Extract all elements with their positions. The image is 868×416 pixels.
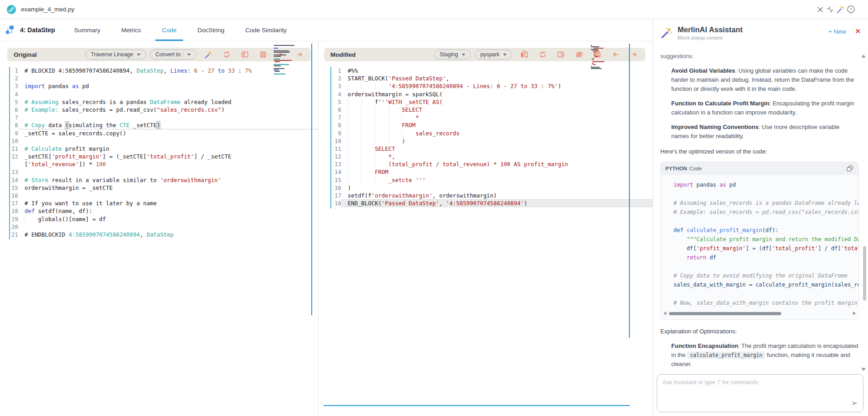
- explanation-item: Function Encapsulation: The profit margi…: [671, 342, 859, 369]
- assistant-input[interactable]: [657, 375, 863, 412]
- code-line: import pandas as pd: [667, 180, 858, 189]
- tab-code-similarity[interactable]: Code Similarity: [239, 19, 293, 41]
- code-line: [667, 217, 858, 226]
- code-line: 15 _setcte ''': [319, 176, 653, 184]
- code-line: [667, 262, 858, 271]
- scroll-right-icon[interactable]: [853, 312, 856, 315]
- assistant-toggle-button[interactable]: [835, 4, 846, 15]
- tab-metrics[interactable]: Metrics: [115, 19, 148, 41]
- svg-text:?: ?: [850, 7, 852, 12]
- filename-label: example_4_med.py: [21, 6, 75, 13]
- traverse-lineage-dropdown[interactable]: Traverse Lineage: [85, 50, 146, 59]
- code-line: 4orderswithmargin = sparkSQL(: [319, 90, 653, 98]
- line-number: 5: [319, 98, 341, 106]
- scroll-up-icon[interactable]: [861, 54, 866, 58]
- language-dropdown[interactable]: pyspark: [475, 50, 512, 59]
- code-line: 10 ): [319, 137, 653, 145]
- hide-button[interactable]: [574, 50, 584, 59]
- tab-code[interactable]: Code: [155, 19, 183, 41]
- line-number: 9: [319, 129, 341, 137]
- forward-button[interactable]: [629, 50, 639, 59]
- line-number: 3: [319, 82, 341, 90]
- code-line: 16): [319, 184, 653, 192]
- staging-dropdown[interactable]: Staging: [434, 50, 471, 59]
- split-left-button[interactable]: [240, 50, 250, 60]
- save-button[interactable]: [258, 50, 268, 60]
- assistant-title: MerlinAI Assistant: [678, 25, 743, 34]
- code-line: 2START_BLOCK('Passed DataStep',: [319, 74, 653, 82]
- scroll-left-icon[interactable]: [663, 312, 666, 315]
- code-line: [667, 189, 858, 198]
- line-number: 14: [319, 168, 341, 176]
- pipeline-icon: [5, 25, 15, 35]
- modified-code-editor[interactable]: 1#%%2START_BLOCK('Passed DataStep',3 '4:…: [319, 64, 653, 416]
- code-line: 4: [0, 90, 318, 98]
- refresh-button[interactable]: [222, 50, 232, 60]
- copy-code-button[interactable]: [846, 164, 854, 173]
- chevron-down-icon: [462, 54, 465, 56]
- line-number: 4: [319, 90, 341, 98]
- modified-minimap[interactable]: [591, 45, 617, 69]
- app-window: example_4_med.py ? 4: DataStep SummaryMe…: [0, 0, 868, 416]
- line-number: 12: [319, 153, 341, 160]
- code-line: 5 f'''WITH _setCTE AS(: [319, 98, 653, 106]
- scroll-down-icon[interactable]: [861, 368, 866, 371]
- code-line: 21# ENDBLOCKID 4:5859907074586240894, Da…: [0, 231, 318, 238]
- code-line: 14# Store result in a variable similar t…: [0, 176, 318, 184]
- tab-docstring[interactable]: DocString: [191, 19, 231, 41]
- step-label: 4: DataStep: [20, 26, 55, 34]
- original-minimap[interactable]: [274, 45, 300, 75]
- modified-panel: Modified Staging pyspark 1#%%2START_BLOC…: [319, 41, 653, 416]
- change-overview-ruler: [311, 44, 312, 315]
- original-code-editor[interactable]: 1# BLOCKID 4:5859907074586240894, DataSt…: [0, 64, 318, 416]
- send-button[interactable]: [850, 399, 859, 409]
- code-line: def calculate_profit_margin(df):: [667, 226, 858, 235]
- tab-summary[interactable]: Summary: [68, 19, 107, 41]
- code-line: 8# Copy data (simulating the CTE _setCTE…: [0, 121, 318, 129]
- code-line: 19 globals()[name] = df: [0, 215, 318, 223]
- code-line: # Example: sales_records = pd.read_csv("…: [667, 208, 858, 217]
- original-panel: Original Traverse Lineage Convert to : 1…: [0, 41, 319, 416]
- code-line: 13 (total_profit / total_revenue) * 100 …: [319, 160, 653, 168]
- original-panel-title: Original: [14, 51, 37, 58]
- chevron-down-icon: [187, 54, 191, 56]
- close-window-button[interactable]: [815, 4, 825, 15]
- line-number: 10: [319, 137, 341, 145]
- collapse-button[interactable]: [825, 4, 835, 15]
- convert-to-dropdown[interactable]: Convert to :: [150, 50, 196, 59]
- line-number: 8: [319, 121, 341, 129]
- modified-panel-title: Modified: [330, 51, 356, 58]
- code-line: sales_data_with_margin = calculate_profi…: [667, 280, 858, 289]
- assistant-subtitle: Block popup context: [678, 35, 743, 40]
- new-chat-button[interactable]: + New: [828, 28, 846, 35]
- code-line: 6# Example: sales_records = pd.read_csv(…: [0, 106, 318, 114]
- code-line: 10: [0, 137, 318, 145]
- code-line: 14 FROM: [319, 168, 653, 176]
- horizontal-scrollbar[interactable]: [663, 310, 856, 317]
- split-right-button[interactable]: [556, 50, 566, 59]
- line-number: 11: [319, 145, 341, 153]
- code-line: 3 '4:5859907074586240894 - Lines: 6 - 27…: [319, 82, 653, 90]
- horizontal-scroll-thumb[interactable]: [669, 312, 781, 315]
- code-line: 7: [0, 114, 318, 121]
- magic-wand-icon: [660, 25, 673, 39]
- help-button[interactable]: ?: [846, 4, 856, 15]
- merlin-assistant-panel: MerlinAI Assistant Block popup context +…: [653, 19, 868, 416]
- code-line: 15orderswithmargin = _setCTE: [0, 184, 318, 192]
- code-line: 18END_BLOCK('Passed DataStep', '4:585990…: [319, 199, 653, 207]
- app-logo-icon: [6, 5, 16, 15]
- code-line: 9_setCTE = sales_records.copy(): [0, 129, 318, 137]
- code-line: return df: [667, 253, 858, 262]
- assistant-messages[interactable]: suggestions: Avoid Global Variables: Usi…: [653, 45, 868, 372]
- vertical-scroll-thumb[interactable]: [863, 246, 866, 301]
- code-line: 5# Assuming sales_records is a pandas Da…: [0, 98, 318, 106]
- line-number: 1: [319, 67, 341, 74]
- close-assistant-button[interactable]: ✕: [855, 27, 861, 35]
- compare-button[interactable]: [519, 50, 529, 59]
- title-bar: example_4_med.py ?: [0, 0, 868, 19]
- code-card-body[interactable]: import pandas as pd # Assuming sales_rec…: [661, 175, 858, 309]
- refresh-button[interactable]: [538, 50, 548, 59]
- magic-wand-button[interactable]: [203, 50, 214, 60]
- code-line: 9 sales_records: [319, 129, 653, 137]
- code-line: 6 SELECT: [319, 106, 653, 114]
